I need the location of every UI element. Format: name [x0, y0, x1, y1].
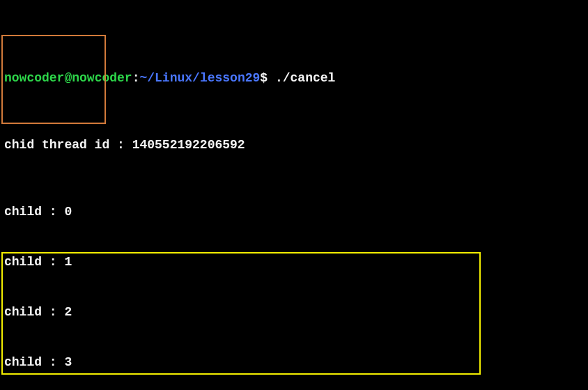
child-line: child : 1 — [4, 254, 584, 270]
child-line: child : 3 — [4, 354, 584, 370]
user-host: nowcoder@nowcoder — [4, 71, 132, 85]
child-line: child : 2 — [4, 304, 584, 320]
chid-thread-line-1: chid thread id : 140552192206592 — [4, 136, 584, 153]
command-1: ./cancel — [275, 71, 335, 85]
cwd: ~/Linux/lesson29 — [139, 71, 260, 85]
terminal-window[interactable]: nowcoder@nowcoder:~/Linux/lesson29$ ./ca… — [0, 0, 588, 390]
child-line: child : 0 — [4, 203, 584, 220]
prompt-line-1: nowcoder@nowcoder:~/Linux/lesson29$ ./ca… — [4, 70, 584, 86]
